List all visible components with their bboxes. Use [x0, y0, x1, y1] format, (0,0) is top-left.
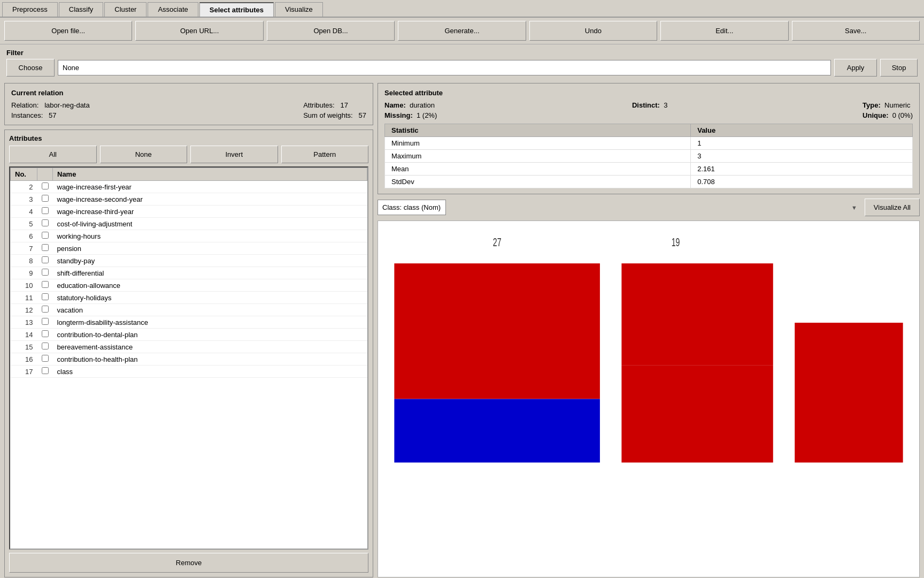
- row-name[interactable]: shift-differential: [53, 267, 367, 279]
- row-name[interactable]: wage-increase-second-year: [53, 193, 367, 206]
- row-name[interactable]: pension: [53, 242, 367, 255]
- row-check[interactable]: [37, 329, 53, 341]
- right-panel: Selected attribute Name: duration Missin…: [378, 83, 920, 577]
- open-file-button[interactable]: Open file...: [4, 21, 132, 41]
- row-name[interactable]: vacation: [53, 304, 367, 316]
- col-name: Name: [53, 168, 367, 181]
- row-name[interactable]: standby-pay: [53, 255, 367, 267]
- table-row[interactable]: 7 pension: [11, 242, 367, 255]
- row-check[interactable]: [37, 193, 53, 206]
- generate-button[interactable]: Generate...: [398, 21, 526, 41]
- row-name[interactable]: class: [53, 366, 367, 378]
- stop-button[interactable]: Stop: [880, 59, 918, 77]
- table-row[interactable]: 9 shift-differential: [11, 267, 367, 279]
- relation-name: Relation: labor-neg-data: [11, 101, 90, 109]
- row-name[interactable]: bereavement-assistance: [53, 341, 367, 353]
- open-url-button[interactable]: Open URL...: [135, 21, 263, 41]
- row-name[interactable]: working-hours: [53, 230, 367, 242]
- svg-text:27: 27: [493, 235, 502, 249]
- row-name[interactable]: contribution-to-health-plan: [53, 353, 367, 366]
- stat-value: 1: [691, 137, 913, 150]
- remove-button[interactable]: Remove: [9, 553, 368, 573]
- class-select[interactable]: Class: class (Nom): [378, 200, 446, 215]
- table-row[interactable]: 12 vacation: [11, 304, 367, 316]
- svg-rect-3: [394, 263, 600, 399]
- stat-value: 2.161: [691, 163, 913, 176]
- row-name[interactable]: education-allowance: [53, 279, 367, 292]
- svg-rect-6: [621, 365, 773, 462]
- table-row[interactable]: 6 working-hours: [11, 230, 367, 242]
- toolbar: Open file... Open URL... Open DB... Gene…: [0, 18, 924, 44]
- stat-name: Minimum: [385, 137, 691, 150]
- table-row[interactable]: 15 bereavement-assistance: [11, 341, 367, 353]
- attr-table: No. Name 2 wage-increase-first-year 3 wa…: [10, 168, 367, 378]
- tab-select-attributes[interactable]: Select attributes: [199, 2, 274, 17]
- tab-preprocess[interactable]: Preprocess: [2, 2, 58, 17]
- row-check[interactable]: [37, 304, 53, 316]
- table-row[interactable]: 2 wage-increase-first-year: [11, 181, 367, 193]
- tab-classify[interactable]: Classify: [59, 2, 104, 17]
- row-check[interactable]: [37, 218, 53, 230]
- row-check[interactable]: [37, 279, 53, 292]
- row-no: 3: [11, 193, 37, 206]
- svg-rect-7: [795, 323, 903, 462]
- row-check[interactable]: [37, 341, 53, 353]
- table-row[interactable]: 8 standby-pay: [11, 255, 367, 267]
- none-button[interactable]: None: [100, 146, 188, 163]
- row-check[interactable]: [37, 181, 53, 193]
- visualize-all-button[interactable]: Visualize All: [865, 199, 920, 216]
- chart-area: 27 19 10: [378, 220, 920, 577]
- row-no: 13: [11, 316, 37, 329]
- row-check[interactable]: [37, 366, 53, 378]
- row-check[interactable]: [37, 255, 53, 267]
- table-row[interactable]: 16 contribution-to-health-plan: [11, 353, 367, 366]
- row-no: 6: [11, 230, 37, 242]
- row-name[interactable]: wage-increase-third-year: [53, 206, 367, 218]
- svg-rect-4: [394, 399, 600, 463]
- table-row[interactable]: 4 wage-increase-third-year: [11, 206, 367, 218]
- row-name[interactable]: cost-of-living-adjustment: [53, 218, 367, 230]
- row-name[interactable]: wage-increase-first-year: [53, 181, 367, 193]
- table-row[interactable]: 13 longterm-disability-assistance: [11, 316, 367, 329]
- undo-button[interactable]: Undo: [529, 21, 657, 41]
- current-relation-title: Current relation: [11, 89, 366, 97]
- pattern-button[interactable]: Pattern: [281, 146, 369, 163]
- open-db-button[interactable]: Open DB...: [267, 21, 395, 41]
- row-check[interactable]: [37, 230, 53, 242]
- row-check[interactable]: [37, 267, 53, 279]
- table-row[interactable]: 14 contribution-to-dental-plan: [11, 329, 367, 341]
- selected-attr-meta: Name: duration Missing: 1 (2%) Distinct:…: [384, 101, 913, 119]
- filter-input[interactable]: [58, 60, 831, 75]
- row-check[interactable]: [37, 206, 53, 218]
- table-row[interactable]: 3 wage-increase-second-year: [11, 193, 367, 206]
- relation-label: Relation:: [11, 101, 38, 109]
- all-button[interactable]: All: [9, 146, 97, 163]
- row-name[interactable]: contribution-to-dental-plan: [53, 329, 367, 341]
- tab-visualize[interactable]: Visualize: [275, 2, 323, 17]
- row-name[interactable]: statutory-holidays: [53, 292, 367, 304]
- attributes-title: Attributes: [9, 134, 368, 142]
- stats-col-value: Value: [691, 124, 913, 137]
- row-check[interactable]: [37, 316, 53, 329]
- choose-button[interactable]: Choose: [6, 59, 55, 77]
- stats-row: Minimum 1: [385, 137, 913, 150]
- row-name[interactable]: longterm-disability-assistance: [53, 316, 367, 329]
- stat-value: 0.708: [691, 176, 913, 188]
- attr-table-scroll[interactable]: No. Name 2 wage-increase-first-year 3 wa…: [10, 168, 367, 549]
- invert-button[interactable]: Invert: [190, 146, 278, 163]
- apply-button[interactable]: Apply: [834, 59, 877, 77]
- tab-cluster[interactable]: Cluster: [104, 2, 147, 17]
- row-check[interactable]: [37, 292, 53, 304]
- attr-type-value: Numeric: [884, 101, 910, 109]
- table-row[interactable]: 10 education-allowance: [11, 279, 367, 292]
- row-check[interactable]: [37, 353, 53, 366]
- tab-associate[interactable]: Associate: [148, 2, 198, 17]
- sum-weights-info: Sum of weights: 57: [303, 111, 366, 119]
- save-button[interactable]: Save...: [792, 21, 920, 41]
- table-row[interactable]: 17 class: [11, 366, 367, 378]
- edit-button[interactable]: Edit...: [660, 21, 788, 41]
- table-row[interactable]: 5 cost-of-living-adjustment: [11, 218, 367, 230]
- sum-weights-value: 57: [359, 111, 366, 119]
- table-row[interactable]: 11 statutory-holidays: [11, 292, 367, 304]
- row-check[interactable]: [37, 242, 53, 255]
